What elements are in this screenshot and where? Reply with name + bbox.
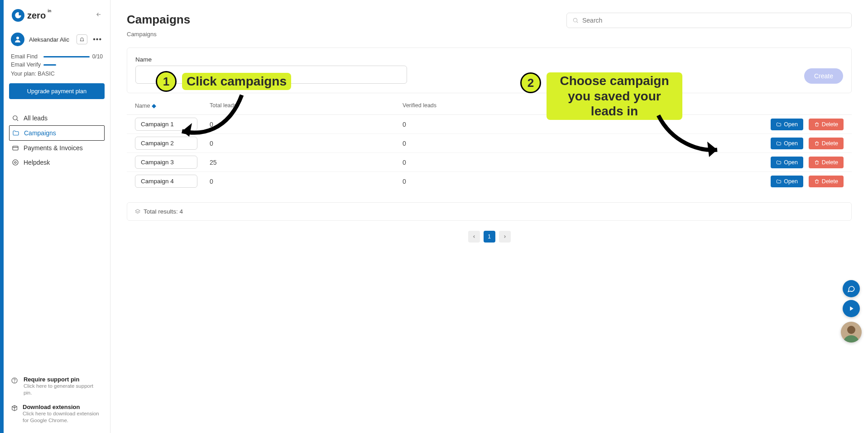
email-find-label: Email Find [11, 53, 41, 60]
page-title: Campaigns [127, 13, 190, 27]
svg-point-8 [847, 326, 855, 334]
main-content: Campaigns Campaigns Name Create Name◆ To… [110, 0, 868, 433]
create-button[interactable]: Create [804, 68, 843, 84]
email-find-bar [43, 56, 90, 57]
breadcrumb[interactable]: Campaigns [127, 31, 852, 38]
notifications-button[interactable] [77, 34, 87, 44]
help-icon [11, 377, 19, 386]
email-verify-label: Email Verify [11, 62, 41, 68]
total-leads-cell: 0 [210, 121, 403, 128]
folder-open-icon [776, 160, 782, 165]
folder-open-icon [776, 141, 782, 146]
sidebar-item-label: Payments & Invoices [24, 144, 83, 152]
folder-open-icon [776, 179, 782, 184]
more-menu-icon[interactable]: ••• [92, 34, 103, 44]
delete-button[interactable]: Delete [809, 157, 844, 168]
trash-icon [814, 141, 820, 146]
pager-prev-button[interactable] [468, 231, 480, 243]
email-verify-bar [43, 64, 56, 66]
table-row: Campaign 3250OpenDelete [127, 153, 852, 172]
sidebar-item-all-leads[interactable]: All leads [9, 111, 105, 125]
verified-leads-cell: 0 [403, 140, 615, 147]
campaign-name-cell[interactable]: Campaign 4 [135, 175, 197, 188]
nav: All leads Campaigns Payments & Invoices … [9, 111, 105, 170]
search-icon [572, 17, 579, 24]
total-leads-cell: 0 [210, 178, 403, 185]
open-button[interactable]: Open [771, 138, 803, 149]
total-leads-cell: 0 [210, 140, 403, 147]
verified-leads-cell: 0 [403, 121, 615, 128]
pager-next-button[interactable] [499, 231, 511, 243]
svg-point-4 [14, 162, 16, 163]
svg-point-3 [13, 160, 18, 165]
download-title: Download extension [23, 404, 103, 410]
package-icon [11, 404, 18, 414]
user-name: Aleksandar Alic [29, 36, 72, 43]
folder-open-icon [776, 122, 782, 127]
logo-text: zeroin [27, 10, 46, 21]
sidebar-item-label: Campaigns [24, 129, 56, 137]
results-footer: Total results: 4 [127, 202, 852, 221]
svg-point-6 [14, 382, 15, 382]
name-field-label: Name [135, 56, 407, 63]
svg-point-1 [13, 116, 17, 120]
sidebar-item-campaigns[interactable]: Campaigns [9, 125, 105, 141]
svg-point-0 [16, 37, 19, 39]
table-row: Campaign 100OpenDelete [127, 115, 852, 134]
delete-button[interactable]: Delete [809, 176, 844, 187]
logo-icon [12, 9, 24, 22]
campaign-name-cell[interactable]: Campaign 3 [135, 156, 197, 169]
open-button[interactable]: Open [771, 119, 803, 130]
play-fab[interactable] [843, 300, 860, 317]
download-sub: Click here to download extension for Goo… [23, 410, 103, 424]
table-row: Campaign 200OpenDelete [127, 134, 852, 153]
blue-rail [0, 0, 4, 433]
sort-icon: ◆ [152, 103, 156, 109]
support-pin-title: Require support pin [24, 376, 103, 383]
sidebar-item-label: All leads [24, 114, 48, 122]
user-row: Aleksandar Alic ••• [11, 33, 103, 46]
support-pin-sub: Click here to generate support pin. [24, 383, 103, 396]
sidebar-item-helpdesk[interactable]: Helpdesk [9, 155, 105, 170]
col-total[interactable]: Total leads [210, 102, 403, 109]
results-total-text: Total results: 4 [144, 208, 183, 215]
collapse-sidebar-icon[interactable] [96, 11, 102, 19]
logo[interactable]: zeroin [12, 9, 46, 22]
layers-icon [134, 209, 141, 215]
campaign-name-cell[interactable]: Campaign 2 [135, 137, 197, 150]
search-input[interactable] [582, 17, 846, 24]
pager-page-1[interactable]: 1 [484, 231, 495, 243]
trash-icon [814, 179, 820, 184]
campaign-name-cell[interactable]: Campaign 1 [135, 118, 197, 131]
pagination: 1 [127, 231, 852, 243]
total-leads-cell: 25 [210, 159, 403, 166]
upgrade-plan-button[interactable]: Upgrade payment plan [9, 83, 105, 99]
sidebar: zeroin Aleksandar Alic ••• Email Find 0/… [4, 0, 110, 433]
download-extension-button[interactable]: Download extension Click here to downloa… [11, 404, 103, 424]
open-button[interactable]: Open [771, 176, 803, 187]
plan-label: Your plan: BASIC [11, 71, 103, 77]
create-campaign-form: Name Create [127, 48, 852, 93]
verified-leads-cell: 0 [403, 178, 615, 185]
col-verified[interactable]: Verified leads [403, 102, 615, 109]
campaigns-table: Name◆ Total leads Verified leads Campaig… [127, 97, 852, 190]
sidebar-item-label: Helpdesk [24, 159, 50, 166]
svg-point-7 [573, 18, 577, 22]
play-icon [848, 305, 855, 312]
delete-button[interactable]: Delete [809, 138, 844, 149]
chat-fab[interactable] [843, 280, 860, 297]
support-pin-button[interactable]: Require support pin Click here to genera… [11, 376, 103, 396]
trash-icon [814, 160, 820, 165]
col-name[interactable]: Name◆ [135, 102, 210, 109]
email-find-value: 0/10 [92, 53, 103, 60]
support-avatar[interactable] [841, 322, 862, 343]
open-button[interactable]: Open [771, 157, 803, 168]
verified-leads-cell: 0 [403, 159, 615, 166]
campaign-name-input[interactable] [135, 66, 407, 84]
delete-button[interactable]: Delete [809, 119, 844, 130]
sidebar-item-payments[interactable]: Payments & Invoices [9, 141, 105, 155]
chat-icon [847, 285, 855, 293]
table-row: Campaign 400OpenDelete [127, 172, 852, 190]
trash-icon [814, 122, 820, 127]
search-box[interactable] [566, 13, 852, 28]
